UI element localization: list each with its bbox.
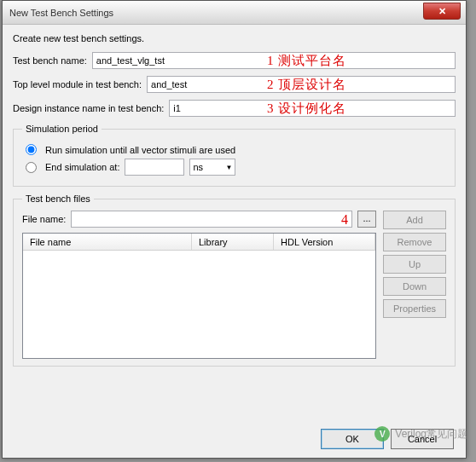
test-bench-files-legend: Test bench files: [22, 193, 94, 204]
test-bench-name-label: Test bench name:: [13, 55, 87, 66]
end-time-input[interactable]: [125, 159, 184, 176]
remove-button[interactable]: Remove: [383, 233, 446, 251]
radio-end-at[interactable]: End simulation at: ns ▼: [22, 159, 446, 176]
filename-input[interactable]: [71, 211, 352, 228]
instance-label: Design instance name in test bench:: [13, 103, 164, 113]
row-top-module: Top level module in test bench: 2 顶层设计名: [13, 76, 456, 93]
watermark-text: Verilog常见问题: [395, 427, 467, 442]
col-file-name[interactable]: File name: [23, 234, 192, 250]
radio-run-until[interactable]: Run simulation until all vector stimuli …: [22, 144, 446, 155]
radio-run-until-label: Run simulation until all vector stimuli …: [45, 145, 235, 155]
filename-label: File name:: [22, 214, 66, 224]
test-bench-name-input[interactable]: [92, 52, 456, 69]
test-bench-files-group: Test bench files File name: 4 ... File n…: [13, 193, 456, 367]
titlebar[interactable]: New Test Bench Settings ✕: [3, 1, 466, 25]
row-instance: Design instance name in test bench: 3 设计…: [13, 100, 456, 117]
watermark-icon: V: [374, 426, 390, 442]
time-unit-select[interactable]: ns ▼: [189, 159, 235, 176]
top-module-input[interactable]: [147, 76, 456, 93]
dialog-window: New Test Bench Settings ✕ Create new tes…: [2, 0, 467, 459]
window-title: New Test Bench Settings: [9, 8, 113, 18]
files-area: File name: 4 ... File name Library HDL V…: [22, 211, 446, 359]
radio-run-until-input[interactable]: [26, 144, 37, 155]
browse-button[interactable]: ...: [357, 211, 376, 228]
chevron-down-icon: ▼: [226, 164, 233, 171]
files-left: File name: 4 ... File name Library HDL V…: [22, 211, 376, 359]
time-unit-value: ns: [193, 162, 203, 172]
filename-row: File name: 4 ...: [22, 211, 376, 228]
table-header: File name Library HDL Version: [23, 234, 375, 251]
simulation-period-group: Simulation period Run simulation until a…: [13, 124, 456, 187]
col-library[interactable]: Library: [192, 234, 274, 250]
radio-end-at-label: End simulation at:: [45, 162, 119, 172]
col-hdl-version[interactable]: HDL Version: [274, 234, 375, 250]
properties-button[interactable]: Properties: [383, 299, 446, 318]
dialog-content: Create new test bench settings. Test ben…: [3, 25, 466, 382]
top-module-label: Top level module in test bench:: [13, 79, 142, 90]
dialog-description: Create new test bench settings.: [13, 33, 456, 43]
up-button[interactable]: Up: [383, 255, 446, 274]
down-button[interactable]: Down: [383, 277, 446, 296]
close-button[interactable]: ✕: [423, 3, 461, 20]
simulation-period-legend: Simulation period: [22, 124, 102, 134]
row-test-bench-name: Test bench name: 1 测试平台名: [13, 52, 456, 69]
radio-end-at-input[interactable]: [26, 162, 37, 173]
add-button[interactable]: Add: [383, 211, 446, 229]
side-buttons: Add Remove Up Down Properties: [383, 211, 446, 359]
instance-input[interactable]: [169, 100, 456, 117]
close-icon: ✕: [438, 6, 446, 17]
watermark: V Verilog常见问题: [374, 426, 467, 442]
files-table[interactable]: File name Library HDL Version: [22, 233, 376, 359]
